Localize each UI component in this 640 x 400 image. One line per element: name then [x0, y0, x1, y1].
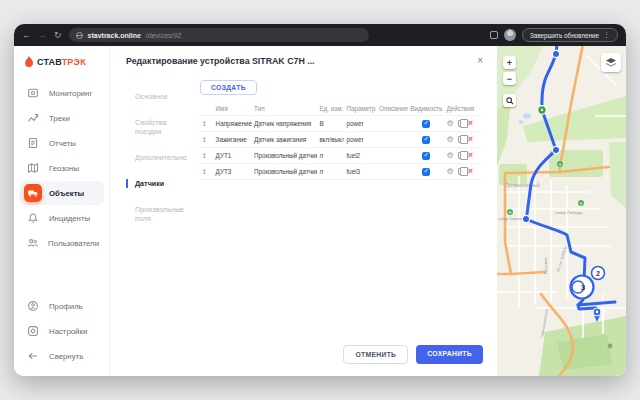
sensor-description [377, 122, 408, 126]
profile-icon [27, 300, 39, 312]
tab-custom-fields[interactable]: Произвольные поля [126, 205, 192, 223]
gear-icon[interactable]: ⚙ [447, 136, 454, 144]
gear-icon[interactable]: ⚙ [447, 120, 454, 128]
waypoint-marker[interactable] [522, 215, 529, 222]
reports-icon [27, 137, 39, 149]
device-edit-modal: Редактирование устройства SITRAK C7H ...… [110, 46, 497, 376]
waypoint-marker[interactable] [552, 146, 559, 153]
map-canvas: + + + Промышленный сквер Победы сквер Ге… [497, 46, 626, 376]
col-header-actions: Действия [445, 103, 483, 114]
sensor-param: fuel2 [344, 150, 377, 161]
save-button[interactable]: СОХРАНИТЬ [416, 345, 483, 364]
delete-icon[interactable]: × [468, 135, 473, 144]
visibility-checkbox[interactable] [422, 152, 430, 160]
sidebar-item-settings[interactable]: Настройки [19, 319, 104, 343]
sensor-name: ДУТ3 [214, 166, 252, 177]
waypoint-marker[interactable] [552, 50, 559, 57]
users-icon [27, 237, 39, 249]
drag-handle-icon[interactable]: ↕ [200, 117, 214, 130]
delete-icon[interactable]: × [468, 167, 473, 176]
back-icon[interactable]: ← [22, 31, 31, 40]
sidebar-item-profile[interactable]: Профиль [19, 294, 104, 318]
sidebar-item-label: Пользователи [48, 239, 99, 248]
menu-dots-icon[interactable]: ⋮ [603, 31, 610, 39]
cancel-button[interactable]: ОТМЕНИТЬ [343, 345, 408, 364]
sidebar-item-incidents[interactable]: Инциденты [19, 206, 104, 230]
tab-trip-properties[interactable]: Свойства поездки [126, 118, 192, 136]
map-search-button[interactable] [503, 94, 516, 107]
create-sensor-button[interactable]: СОЗДАТЬ [200, 80, 257, 95]
sensor-param: power [344, 118, 377, 129]
gear-icon[interactable]: ⚙ [447, 152, 454, 160]
drag-handle-icon[interactable]: ↕ [200, 165, 214, 178]
search-icon [506, 97, 514, 105]
url-path: /devices/92 [146, 32, 181, 39]
geozones-icon [27, 162, 39, 174]
copy-icon[interactable] [458, 136, 464, 143]
sidebar-item-label: Настройки [49, 327, 87, 336]
sidebar-item-label: Треки [49, 114, 70, 123]
reload-icon[interactable]: ↻ [54, 31, 62, 40]
visibility-checkbox[interactable] [422, 168, 430, 176]
address-bar[interactable]: stavtrack.online/devices/92 [69, 28, 369, 42]
table-row: ↕ ДУТ1 Произвольный датчик л fuel2 ⚙× [200, 148, 483, 164]
layers-icon [605, 57, 617, 68]
sensor-description [377, 138, 408, 142]
map-label-park1: сквер Победы [555, 210, 582, 215]
delete-icon[interactable]: × [468, 119, 473, 128]
cluster-count-small: 2 [596, 270, 600, 277]
map-panel[interactable]: + + + Промышленный сквер Победы сквер Ге… [497, 46, 626, 376]
copy-icon[interactable] [458, 152, 464, 159]
sidebar-item-tracks[interactable]: Треки [19, 106, 104, 130]
cluster-marker-small[interactable]: 2 [592, 267, 605, 280]
drag-handle-icon[interactable]: ↕ [200, 149, 214, 162]
sidebar-item-label: Мониторинг [49, 89, 92, 98]
objects-truck-icon [27, 187, 39, 199]
sidebar-item-geozones[interactable]: Геозоны [19, 156, 104, 180]
zoom-out-button[interactable]: − [503, 72, 516, 85]
delete-icon[interactable]: × [468, 151, 473, 160]
svg-text:+: + [509, 209, 512, 215]
site-info-icon[interactable] [76, 32, 83, 39]
forward-icon[interactable]: → [38, 31, 47, 40]
sidebar-item-label: Инциденты [49, 214, 90, 223]
sensor-name: ДУТ1 [214, 150, 252, 161]
col-header-type: Тип [252, 103, 317, 114]
tab-basic[interactable]: Основное [126, 92, 192, 101]
browser-window: ← → ↻ stavtrack.online/devices/92 Заверш… [14, 24, 626, 376]
profile-avatar[interactable] [504, 29, 516, 41]
sidebar-item-monitoring[interactable]: Мониторинг [19, 81, 104, 105]
drag-handle-icon[interactable]: ↕ [200, 133, 214, 146]
sensor-type: Произвольный датчик [252, 166, 317, 177]
tracks-icon [27, 112, 39, 124]
visibility-checkbox[interactable] [422, 120, 430, 128]
sensor-unit: вкл/выкл [317, 134, 344, 145]
sensor-name: Зажигание [214, 134, 252, 145]
sidebar-item-collapse[interactable]: Свернуть [19, 344, 104, 368]
tab-additional[interactable]: Дополнительно [126, 153, 192, 162]
visibility-checkbox[interactable] [422, 136, 430, 144]
incidents-bell-icon [27, 212, 39, 224]
close-icon[interactable]: × [477, 56, 483, 66]
sidebar-item-reports[interactable]: Отчеты [19, 131, 104, 155]
finish-update-button[interactable]: Завершить обновление ⋮ [522, 28, 618, 42]
sidebar-item-objects[interactable]: Объекты [19, 181, 104, 205]
copy-icon[interactable] [458, 168, 464, 175]
map-layers-button[interactable] [601, 53, 621, 72]
svg-text:+: + [580, 200, 583, 206]
sidebar-item-label: Объекты [49, 189, 84, 198]
extension-icon[interactable] [490, 31, 498, 39]
sensor-description [377, 170, 408, 174]
gear-icon[interactable]: ⚙ [447, 168, 454, 176]
col-header-name: Имя [214, 103, 252, 114]
sensor-description [377, 154, 408, 158]
table-row: ↕ ДУТ3 Произвольный датчик л fuel3 ⚙× [200, 164, 483, 180]
col-header-param: Параметр [344, 103, 377, 114]
logo-text-1: СТАВ [37, 57, 62, 67]
zoom-in-button[interactable]: + [503, 56, 516, 69]
route-end-marker[interactable] [593, 308, 601, 322]
cluster-marker-big[interactable]: 3 [571, 276, 594, 299]
tab-sensors[interactable]: Датчики [126, 179, 192, 188]
copy-icon[interactable] [458, 120, 464, 127]
sidebar-item-users[interactable]: Пользователи [19, 231, 104, 255]
